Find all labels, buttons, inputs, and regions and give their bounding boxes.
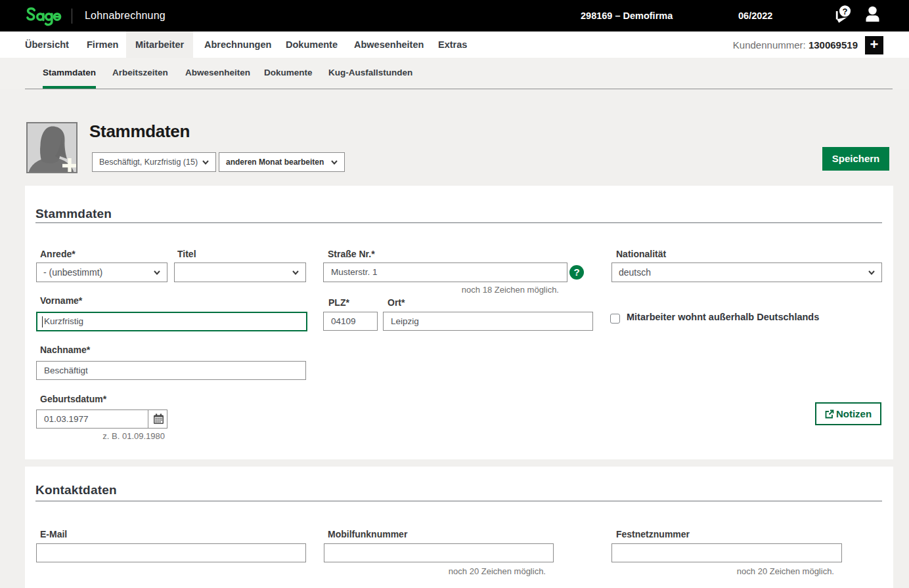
svg-text:?: ?	[843, 7, 848, 16]
